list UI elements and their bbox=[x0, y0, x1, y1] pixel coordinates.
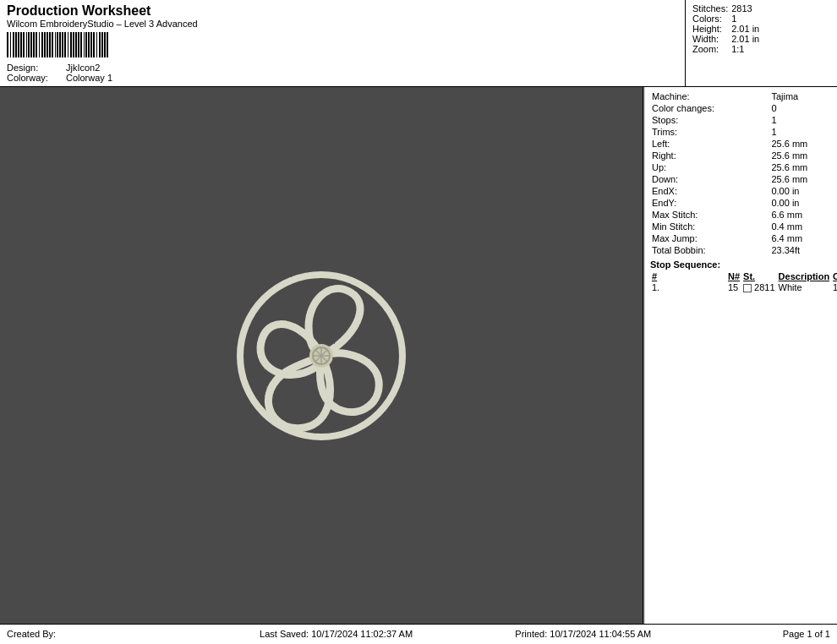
colorway-value: Colorway 1 bbox=[66, 73, 112, 83]
footer: Created By: Last Saved: 10/17/2024 11:02… bbox=[0, 624, 837, 642]
footer-printed: Printed: 10/17/2024 11:04:55 AM bbox=[501, 629, 665, 639]
design-info: Design: JjkIcon2 Colorway: Colorway 1 bbox=[7, 63, 678, 83]
min-stitch-label: Min Stitch: bbox=[650, 221, 769, 232]
width-row: Width: 2.01 in bbox=[692, 34, 763, 44]
header-subtitle: Wilcom EmbroideryStudio – Level 3 Advanc… bbox=[7, 19, 678, 29]
height-label: Height: bbox=[692, 24, 731, 34]
col-st: St. bbox=[741, 271, 777, 281]
left-label: Left: bbox=[650, 138, 769, 150]
min-stitch-row: Min Stitch: 0.4 mm bbox=[650, 221, 832, 232]
page-title: Production Worksheet bbox=[7, 3, 678, 19]
footer-page: Page 1 of 1 bbox=[665, 629, 830, 639]
height-row: Height: 2.01 in bbox=[692, 24, 763, 34]
up-row: Up: 25.6 mm bbox=[650, 161, 832, 173]
endx-label: EndX: bbox=[650, 185, 769, 197]
colorway-label: Colorway: bbox=[7, 73, 66, 83]
stops-value: 1 bbox=[769, 114, 832, 126]
max-jump-value: 6.4 mm bbox=[769, 232, 832, 244]
footer-created-by: Created By: bbox=[7, 629, 172, 639]
machine-label: Machine: bbox=[650, 90, 769, 102]
width-value: 2.01 in bbox=[731, 34, 763, 44]
endy-row: EndY: 0.00 in bbox=[650, 197, 832, 209]
total-bobbin-value: 23.34ft bbox=[769, 244, 832, 256]
height-value: 2.01 in bbox=[731, 24, 763, 34]
page-label: Page 1 of 1 bbox=[783, 629, 830, 639]
design-row: Design: JjkIcon2 bbox=[7, 63, 678, 73]
row-st: 2811 bbox=[741, 281, 777, 293]
stop-sequence-table: # N# St. Description Code Brand 1. 15 28… bbox=[650, 271, 837, 293]
right-label: Right: bbox=[650, 150, 769, 161]
stats-table: Stitches: 2813 Colors: 1 Height: 2.01 in… bbox=[692, 3, 763, 54]
canvas-area bbox=[0, 87, 643, 624]
min-stitch-value: 0.4 mm bbox=[769, 221, 832, 232]
header: Production Worksheet Wilcom EmbroiderySt… bbox=[0, 0, 837, 87]
color-changes-label: Color changes: bbox=[650, 102, 769, 114]
up-label: Up: bbox=[650, 161, 769, 173]
total-bobbin-label: Total Bobbin: bbox=[650, 244, 769, 256]
stop-sequence-body: 1. 15 2811 White 15 Wilcom bbox=[650, 281, 837, 293]
trims-label: Trims: bbox=[650, 126, 769, 138]
machine-value: Tajima bbox=[769, 90, 832, 102]
color-swatch bbox=[743, 284, 752, 292]
colors-label: Colors: bbox=[692, 14, 731, 24]
zoom-row: Zoom: 1:1 bbox=[692, 44, 763, 54]
embroidery-svg bbox=[228, 263, 414, 449]
right-value: 25.6 mm bbox=[769, 150, 832, 161]
color-changes-row: Color changes: 0 bbox=[650, 102, 832, 114]
printed-value: 10/17/2024 11:04:55 AM bbox=[550, 629, 651, 639]
endx-value: 0.00 in bbox=[769, 185, 832, 197]
endx-row: EndX: 0.00 in bbox=[650, 185, 832, 197]
stop-sequence-header: # N# St. Description Code Brand bbox=[650, 271, 837, 281]
design-value: JjkIcon2 bbox=[66, 63, 100, 73]
row-num: 1. bbox=[650, 281, 726, 293]
col-code: Code bbox=[831, 271, 837, 281]
color-changes-value: 0 bbox=[769, 102, 832, 114]
right-row: Right: 25.6 mm bbox=[650, 150, 832, 161]
design-label: Design: bbox=[7, 63, 66, 73]
created-by-label: Created By: bbox=[7, 629, 56, 639]
colorway-row: Colorway: Colorway 1 bbox=[7, 73, 678, 83]
left-row: Left: 25.6 mm bbox=[650, 138, 832, 150]
stitches-value: 2813 bbox=[731, 3, 763, 14]
stops-label: Stops: bbox=[650, 114, 769, 126]
colors-value: 1 bbox=[731, 14, 763, 24]
endy-value: 0.00 in bbox=[769, 197, 832, 209]
stop-sequence-title: Stop Sequence: bbox=[650, 259, 832, 270]
machine-info-table: Machine: Tajima Color changes: 0 Stops: … bbox=[650, 90, 832, 256]
main-content: Machine: Tajima Color changes: 0 Stops: … bbox=[0, 87, 837, 624]
right-panel: Machine: Tajima Color changes: 0 Stops: … bbox=[644, 87, 837, 624]
col-hash: # bbox=[650, 271, 726, 281]
printed-label: Printed: bbox=[515, 629, 547, 639]
colors-row: Colors: 1 bbox=[692, 14, 763, 24]
row-n: 15 bbox=[726, 281, 741, 293]
barcode-image bbox=[7, 32, 108, 57]
zoom-value: 1:1 bbox=[731, 44, 763, 54]
footer-last-saved: Last Saved: 10/17/2024 11:02:37 AM bbox=[172, 629, 501, 639]
stitches-label: Stitches: bbox=[692, 3, 731, 14]
max-jump-label: Max Jump: bbox=[650, 232, 769, 244]
trims-row: Trims: 1 bbox=[650, 126, 832, 138]
max-jump-row: Max Jump: 6.4 mm bbox=[650, 232, 832, 244]
left-value: 25.6 mm bbox=[769, 138, 832, 150]
down-label: Down: bbox=[650, 173, 769, 185]
machine-row: Machine: Tajima bbox=[650, 90, 832, 102]
up-value: 25.6 mm bbox=[769, 161, 832, 173]
total-bobbin-row: Total Bobbin: 23.34ft bbox=[650, 244, 832, 256]
barcode bbox=[7, 32, 678, 59]
stops-row: Stops: 1 bbox=[650, 114, 832, 126]
header-left: Production Worksheet Wilcom EmbroiderySt… bbox=[0, 0, 685, 86]
max-stitch-row: Max Stitch: 6.6 mm bbox=[650, 209, 832, 221]
max-stitch-label: Max Stitch: bbox=[650, 209, 769, 221]
down-value: 25.6 mm bbox=[769, 173, 832, 185]
stitches-row: Stitches: 2813 bbox=[692, 3, 763, 14]
row-description: White bbox=[777, 281, 832, 293]
trims-value: 1 bbox=[769, 126, 832, 138]
max-stitch-value: 6.6 mm bbox=[769, 209, 832, 221]
col-n: N# bbox=[726, 271, 741, 281]
zoom-label: Zoom: bbox=[692, 44, 731, 54]
header-stats: Stitches: 2813 Colors: 1 Height: 2.01 in… bbox=[685, 0, 837, 86]
col-description: Description bbox=[777, 271, 832, 281]
row-code: 15 bbox=[831, 281, 837, 293]
stop-sequence-row: 1. 15 2811 White 15 Wilcom bbox=[650, 281, 837, 293]
endy-label: EndY: bbox=[650, 197, 769, 209]
